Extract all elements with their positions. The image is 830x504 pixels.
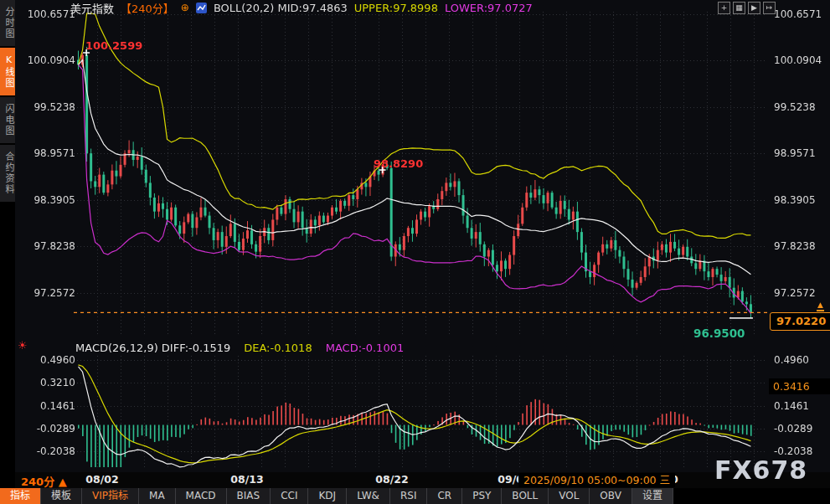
y-axis-label: 100.6571 — [774, 8, 822, 20]
watermark-logo: FX678 — [714, 455, 807, 485]
chart-canvas[interactable] — [0, 0, 830, 504]
x-axis-label: 08/22 — [375, 473, 408, 486]
indicator-toolbar: 指标模板VIP指标MAMACDBIASCCIKDJLW&RSICRPSYBOLL… — [0, 488, 830, 504]
sidebar-item-lightning-chart[interactable]: 闪电图 — [0, 97, 15, 143]
add-overlay-icon[interactable]: ⊕ — [181, 2, 189, 13]
annotation-low: 96.9500 — [693, 327, 745, 340]
sidebar-item-timeshare-chart[interactable]: 分时图 — [0, 0, 15, 46]
macd-macd-value: MACD:-0.1001 — [326, 342, 405, 354]
y-axis-label: 0.3210 — [20, 377, 75, 388]
exit-icon[interactable]: ↦ — [763, 2, 776, 14]
boll-lower-value: LOWER:97.0727 — [445, 2, 533, 14]
trading-app-window: 分时图K线图闪电图合约资料 美元指数 【240分】 ⊕ BOLL(20,2) M… — [0, 0, 830, 504]
grid-panel-icon[interactable]: ▦ — [733, 2, 745, 14]
chart-toolbar-icons: +▦▶↦ — [718, 2, 776, 14]
play-icon[interactable]: ▶ — [748, 2, 760, 14]
y-axis-label: 100.0904 — [774, 54, 822, 66]
toolbar-item-indicator[interactable]: 指标 — [0, 488, 41, 504]
y-axis-label: 97.2572 — [20, 287, 75, 299]
symbol-title: 美元指数 — [70, 0, 114, 16]
y-axis-label: 98.9571 — [20, 147, 75, 159]
interval-label: 【240分】 — [121, 0, 174, 16]
toolbar-item-cci[interactable]: CCI — [271, 488, 308, 504]
y-axis-label: 97.8238 — [774, 240, 816, 252]
y-axis-label: 0.4960 — [774, 354, 809, 366]
macd-settings-icon[interactable]: ☀ — [18, 339, 28, 352]
annotation-swing-high: 98.8290 — [374, 157, 423, 170]
last-price-box: 97.0220 — [770, 312, 830, 331]
boll-upper-value: UPPER:97.8998 — [354, 2, 438, 14]
sidebar-item-contract-info[interactable]: 合约资料 — [0, 145, 15, 202]
toolbar-item-macd[interactable]: MACD — [176, 488, 227, 504]
date-axis-row: 240分 ▲ 08/0208/1308/2209/0209/10 2025/09… — [15, 472, 830, 488]
toolbar-item-obv[interactable]: OBV — [590, 488, 632, 504]
boll-mid-value: BOLL(20,2) MID:97.4863 — [214, 2, 348, 14]
y-axis-label: 97.8238 — [20, 240, 75, 252]
y-axis-label: 0.4960 — [20, 354, 75, 366]
toolbar-item-settings[interactable]: 设置 — [632, 488, 673, 504]
kline-mini-icon — [196, 3, 207, 13]
macd-diff-value: MACD(26,12,9) DIFF:-0.1519 — [75, 342, 230, 354]
y-axis-label: 98.9571 — [774, 147, 816, 159]
macd-header: MACD(26,12,9) DIFF:-0.1519 DEA:-0.1018 M… — [75, 342, 404, 354]
toolbar-item-vol[interactable]: VOL — [549, 488, 590, 504]
toolbar-item-bias[interactable]: BIAS — [227, 488, 271, 504]
y-axis-label: -0.2038 — [20, 445, 75, 457]
pan-icon[interactable]: + — [718, 2, 730, 14]
toolbar-item-cr[interactable]: CR — [427, 488, 462, 504]
toolbar-item-ma[interactable]: MA — [139, 488, 176, 504]
y-axis-label: 100.6571 — [20, 8, 75, 20]
sidebar-item-kline-chart[interactable]: K线图 — [0, 48, 15, 95]
toolbar-item-boll[interactable]: BOLL — [502, 488, 549, 504]
toolbar-item-lwr[interactable]: LW& — [347, 488, 390, 504]
toolbar-item-rsi[interactable]: RSI — [390, 488, 428, 504]
price-up-arrow-icon[interactable]: ▲ — [817, 301, 824, 311]
y-axis-label: 99.5238 — [20, 101, 75, 113]
sidebar: 分时图K线图闪电图合约资料 — [0, 0, 15, 504]
y-axis-label: 100.0904 — [20, 54, 75, 66]
y-axis-label: 98.3905 — [20, 194, 75, 206]
x-axis-label: 08/13 — [230, 473, 263, 486]
toolbar-item-psy[interactable]: PSY — [462, 488, 502, 504]
y-axis-label: -0.0289 — [774, 423, 812, 435]
y-axis-label: 99.5238 — [774, 101, 816, 113]
annotation-high: 100.2599 — [85, 39, 142, 52]
chart-header: 美元指数 【240分】 ⊕ BOLL(20,2) MID:97.4863 UPP… — [70, 1, 533, 14]
toolbar-item-kdj[interactable]: KDJ — [308, 488, 347, 504]
x-axis-label: 08/02 — [85, 473, 118, 486]
y-axis-label: 0.1461 — [774, 400, 809, 412]
bar-tooltip: 2025/09/10 05:00~09:00 三 — [518, 473, 675, 487]
toolbar-item-template[interactable]: 模板 — [41, 488, 82, 504]
interval-selector[interactable]: 240分 ▲ — [21, 473, 67, 489]
y-axis-label: 97.2572 — [774, 287, 816, 299]
y-axis-label: 98.3905 — [774, 194, 816, 206]
toolbar-item-vip-indicator[interactable]: VIP指标 — [82, 488, 139, 504]
y-axis-label: -0.0289 — [20, 423, 75, 435]
macd-dea-value: DEA:-0.1018 — [244, 342, 312, 354]
y-axis-label: 0.1461 — [20, 400, 75, 412]
macd-axis-value-box: 0.3416 — [769, 378, 830, 394]
